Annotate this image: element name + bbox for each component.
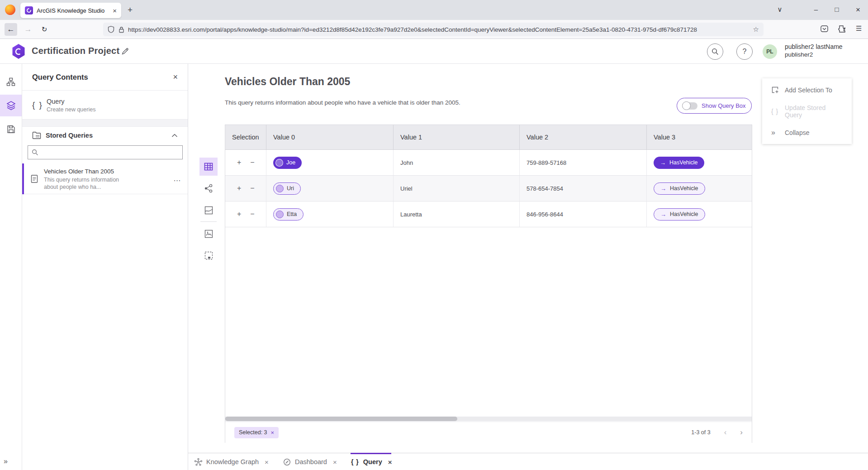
relationship-pill[interactable]: → HasVehicle [654,157,704,169]
browser-navbar: ← → ↻ https://dev0028833.esri.com/portal… [0,20,868,39]
column-header[interactable]: Value 3 [647,125,752,149]
edit-pencil-icon[interactable] [121,47,129,55]
entity-label: Uri [287,185,294,192]
selected-indicator [22,163,24,194]
arrow-right-icon: → [660,185,666,192]
add-selection-icon[interactable]: + [237,184,241,192]
tracking-shield-icon[interactable] [108,26,114,33]
add-selection-icon[interactable]: + [237,210,241,218]
select-extent-button[interactable] [199,246,218,264]
tab-close-icon[interactable]: × [113,7,117,14]
scrollbar-thumb[interactable] [225,417,457,421]
cell-value1[interactable]: Uriel [394,176,520,201]
arrow-right-icon: → [660,211,666,218]
list-tabs-icon[interactable]: ∨ [774,5,785,14]
app-header: Certification Project ? PL publisher2 la… [0,39,868,64]
knowledge-studio-logo [12,44,25,59]
remove-selection-icon[interactable]: − [250,210,254,218]
toggle-track[interactable] [683,102,697,110]
next-page-button[interactable]: › [740,428,743,437]
reload-button[interactable]: ↻ [38,23,51,36]
panel-close-icon[interactable]: × [173,72,178,82]
remove-selection-icon[interactable]: − [250,158,254,167]
sidebar-item-save[interactable] [0,118,22,140]
relationship-pill[interactable]: → HasVehicle [654,208,705,221]
selected-count-label: Selected: 3 [239,429,267,436]
view-link-chart-button[interactable] [199,179,218,197]
url-text[interactable]: https://dev0028833.esri.com/portal/apps/… [128,26,749,33]
new-tab-button[interactable]: + [128,5,133,14]
add-selection-icon[interactable]: + [237,158,241,167]
sidebar-item-contents[interactable] [0,95,22,116]
browser-tab[interactable]: ArcGIS Knowledge Studio × [20,3,121,18]
url-bar[interactable]: https://dev0028833.esri.com/portal/apps/… [103,23,764,36]
window-maximize-button[interactable]: □ [831,5,842,13]
tab-query[interactable]: { } Query × [351,453,392,470]
menu-icon[interactable]: ☰ [856,24,862,33]
entity-label: Etta [287,211,297,217]
tab-knowledge-graph[interactable]: Knowledge Graph × [194,453,269,470]
view-table-button[interactable] [199,158,218,176]
entity-label: Joe [286,159,295,166]
tab-label: Query [363,458,382,465]
view-map-button[interactable] [199,201,218,219]
toggle-knob[interactable] [682,101,691,110]
clear-selection-icon[interactable]: × [271,429,275,436]
entity-pill[interactable]: Uri [273,182,301,195]
table-row[interactable]: + − Joe John 759-889-57168 → HasVehicle [225,150,752,176]
previous-page-button[interactable]: ‹ [724,428,727,437]
query-create-item[interactable]: { } Query Create new queries [22,91,188,120]
tab-close-icon[interactable]: × [333,458,337,466]
show-query-box-toggle[interactable]: Show Query Box [677,98,752,114]
cell-value1[interactable]: John [394,150,520,175]
column-header[interactable]: Value 0 [266,125,394,149]
table-header-row: Selection Value 0 Value 1 Value 2 Value … [225,125,752,150]
query-contents-panel: Query Contents × { } Query Create new qu… [22,64,188,470]
table-row[interactable]: + − Etta Lauretta 846-956-8644 → HasVehi… [225,201,752,227]
bookmark-star-icon[interactable]: ☆ [753,25,759,34]
browser-tab-strip: ArcGIS Knowledge Studio × + ∨ – □ × [0,0,868,20]
window-minimize-button[interactable]: – [811,5,821,13]
pocket-icon[interactable] [820,24,829,33]
menu-item-add-selection-to[interactable]: Add Selection To [762,79,852,101]
lock-icon[interactable] [119,26,124,33]
column-header[interactable]: Value 1 [394,125,520,149]
column-header[interactable]: Value 2 [520,125,647,149]
menu-item-collapse[interactable]: » Collapse [762,122,852,144]
entity-pill[interactable]: Joe [273,157,302,169]
selected-count-chip[interactable]: Selected: 3 × [234,427,279,438]
expand-rail-icon[interactable]: » [4,457,8,465]
forward-button[interactable]: → [22,23,34,36]
tab-dashboard[interactable]: Dashboard × [283,453,337,470]
add-to-map-button[interactable] [199,225,218,243]
relationship-pill[interactable]: → HasVehicle [654,182,705,195]
stored-queries-header[interactable]: Stored Queries [22,127,188,144]
cell-value2[interactable]: 578-654-7854 [520,176,647,201]
firefox-icon[interactable] [5,5,15,15]
map-icon [204,206,213,215]
help-button[interactable]: ? [736,43,753,60]
cell-value1[interactable]: Lauretta [394,201,520,227]
table-row[interactable]: + − Uri Uriel 578-654-7854 → HasVehicle [225,176,752,201]
back-button[interactable]: ← [5,23,17,36]
sitemap-icon [6,77,15,86]
more-options-icon[interactable]: … [173,174,181,183]
chevron-up-icon[interactable] [171,134,178,138]
tab-close-icon[interactable]: × [265,458,269,466]
cell-value2[interactable]: 846-956-8644 [520,201,647,227]
menu-item-update-stored-query[interactable]: { } Update Stored Query [762,101,852,122]
column-header[interactable]: Selection [225,125,266,149]
avatar[interactable]: PL [763,44,777,59]
stored-query-item[interactable]: Vehicles Older Than 2005 This query retu… [22,163,188,194]
search-button[interactable] [707,43,723,60]
cell-value2[interactable]: 759-889-57168 [520,150,647,175]
sidebar-item-model[interactable] [0,71,22,93]
tab-close-icon[interactable]: × [388,458,392,466]
entity-pill[interactable]: Etta [273,208,304,221]
stored-queries-search[interactable] [28,145,183,159]
extensions-icon[interactable] [838,24,846,33]
window-close-button[interactable]: × [853,5,863,14]
horizontal-scrollbar[interactable] [225,417,752,421]
remove-selection-icon[interactable]: − [250,184,254,192]
search-input[interactable] [41,149,179,156]
